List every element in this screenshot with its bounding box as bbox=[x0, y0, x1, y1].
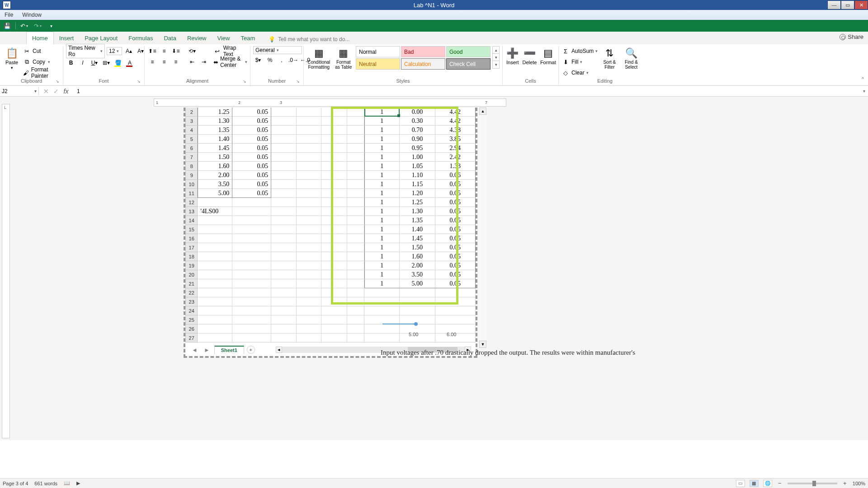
cell[interactable] bbox=[271, 189, 297, 198]
fill-color-button[interactable]: 🪣 bbox=[113, 58, 123, 68]
tab-review[interactable]: Review bbox=[182, 32, 212, 44]
cell[interactable] bbox=[271, 279, 297, 288]
macro-icon[interactable]: ▶ bbox=[76, 480, 80, 486]
cell[interactable] bbox=[321, 108, 347, 117]
cell[interactable] bbox=[297, 270, 322, 279]
cell[interactable] bbox=[321, 180, 347, 189]
cell[interactable] bbox=[321, 297, 347, 306]
style-good[interactable]: Good bbox=[446, 46, 491, 57]
cell[interactable] bbox=[347, 333, 364, 343]
row-header[interactable]: 21 bbox=[185, 279, 198, 288]
cell[interactable] bbox=[198, 198, 232, 207]
cell[interactable]: 1.35 bbox=[198, 126, 232, 135]
cell[interactable]: 0.05 bbox=[435, 270, 476, 279]
expand-formula-bar[interactable]: ▾ bbox=[860, 89, 868, 94]
cell[interactable]: 1 bbox=[364, 225, 400, 234]
zoom-out-button[interactable]: − bbox=[777, 480, 783, 487]
close-button[interactable]: ✕ bbox=[854, 0, 868, 9]
cell[interactable]: 4.42 bbox=[435, 117, 476, 126]
cell[interactable]: 1.10 bbox=[400, 171, 435, 180]
cell[interactable] bbox=[232, 297, 271, 306]
row-header[interactable]: 3 bbox=[185, 117, 198, 126]
cell[interactable] bbox=[271, 306, 297, 315]
cell[interactable] bbox=[297, 216, 322, 225]
cell[interactable]: 0.05 bbox=[435, 216, 476, 225]
clipboard-group-label[interactable]: Clipboard bbox=[3, 78, 60, 84]
cell[interactable] bbox=[232, 279, 271, 288]
cell[interactable] bbox=[198, 279, 232, 288]
cell[interactable] bbox=[297, 198, 322, 207]
cell[interactable]: 1 bbox=[364, 189, 400, 198]
cell[interactable] bbox=[232, 216, 271, 225]
cell[interactable]: 0.05 bbox=[435, 225, 476, 234]
cell[interactable]: 1.40 bbox=[198, 135, 232, 144]
sort-filter-button[interactable]: ⇅Sort & Filter bbox=[599, 46, 619, 71]
cell[interactable] bbox=[232, 198, 271, 207]
cell[interactable]: 1 bbox=[364, 216, 400, 225]
tab-formulas[interactable]: Formulas bbox=[123, 32, 158, 44]
decrease-indent[interactable]: ⇤ bbox=[187, 57, 197, 67]
align-right[interactable]: ≡ bbox=[171, 57, 181, 67]
cell[interactable]: 1 bbox=[364, 207, 400, 216]
font-size-dropdown[interactable]: 12 bbox=[107, 47, 122, 55]
style-neutral[interactable]: Neutral bbox=[356, 58, 400, 70]
style-calculation[interactable]: Calculation bbox=[401, 58, 445, 70]
cell[interactable] bbox=[271, 333, 297, 343]
percent-button[interactable]: % bbox=[265, 55, 275, 65]
sheet-tab-sheet1[interactable]: Sheet1 bbox=[214, 346, 244, 354]
cell[interactable] bbox=[364, 306, 400, 315]
cell[interactable] bbox=[271, 261, 297, 270]
cell[interactable]: 1.05 bbox=[400, 162, 435, 171]
add-sheet-button[interactable]: + bbox=[247, 346, 255, 354]
share-button[interactable]: Share bbox=[848, 33, 863, 40]
cell[interactable] bbox=[321, 216, 347, 225]
cell[interactable]: 1.50 bbox=[400, 243, 435, 252]
cell[interactable]: 1 bbox=[364, 144, 400, 153]
increase-decimal[interactable]: .0→ bbox=[288, 55, 298, 65]
wrap-text-button[interactable]: ↩Wrap Text bbox=[213, 46, 247, 56]
row-header[interactable]: 27 bbox=[185, 333, 198, 343]
cell[interactable]: 1.45 bbox=[198, 144, 232, 153]
name-box[interactable]: J2 bbox=[0, 87, 39, 95]
tell-me-search[interactable]: 💡 Tell me what you want to do... bbox=[264, 34, 354, 44]
cell[interactable]: 0.06 bbox=[435, 171, 476, 180]
number-group-label[interactable]: Number bbox=[253, 78, 301, 84]
cell[interactable] bbox=[347, 162, 364, 171]
style-normal[interactable]: Normal bbox=[356, 46, 400, 57]
cell[interactable] bbox=[321, 144, 347, 153]
cell[interactable] bbox=[347, 297, 364, 306]
style-bad[interactable]: Bad bbox=[401, 46, 445, 57]
cell[interactable]: 4.42 bbox=[435, 108, 476, 117]
cell[interactable]: 0.05 bbox=[232, 135, 271, 144]
cell[interactable]: 1.15 bbox=[400, 180, 435, 189]
cell[interactable]: 1.45 bbox=[400, 234, 435, 243]
horizontal-ruler[interactable]: 1 2 3 7 bbox=[154, 99, 506, 107]
row-header[interactable]: 10 bbox=[185, 180, 198, 189]
menu-window[interactable]: Window bbox=[19, 11, 45, 19]
underline-button[interactable]: U▾ bbox=[90, 58, 99, 68]
cell[interactable] bbox=[232, 306, 271, 315]
cell[interactable] bbox=[297, 117, 322, 126]
row-header[interactable]: 25 bbox=[185, 315, 198, 324]
cell[interactable] bbox=[347, 225, 364, 234]
row-header[interactable]: 7 bbox=[185, 153, 198, 162]
increase-indent[interactable]: ⇥ bbox=[199, 57, 209, 67]
cell[interactable]: 0.05 bbox=[232, 180, 271, 189]
zoom-slider[interactable] bbox=[788, 483, 837, 484]
cell[interactable]: 0.05 bbox=[435, 279, 476, 288]
accept-formula-button[interactable]: ✓ bbox=[52, 88, 61, 95]
cell[interactable] bbox=[364, 297, 400, 306]
cell[interactable] bbox=[271, 198, 297, 207]
cell[interactable] bbox=[271, 315, 297, 324]
cell[interactable] bbox=[347, 315, 364, 324]
row-header[interactable]: 2 bbox=[185, 108, 198, 117]
cell[interactable] bbox=[435, 297, 476, 306]
copy-button[interactable]: ⧉Copy▾ bbox=[23, 57, 60, 67]
cell[interactable] bbox=[400, 288, 435, 297]
cell[interactable] bbox=[321, 306, 347, 315]
find-select-button[interactable]: 🔍Find & Select bbox=[621, 46, 641, 71]
alignment-group-label[interactable]: Alignment bbox=[147, 78, 247, 84]
styles-gallery-scroll[interactable]: ▴▾▾ bbox=[492, 46, 500, 69]
cell[interactable] bbox=[297, 279, 322, 288]
cell[interactable] bbox=[271, 252, 297, 261]
